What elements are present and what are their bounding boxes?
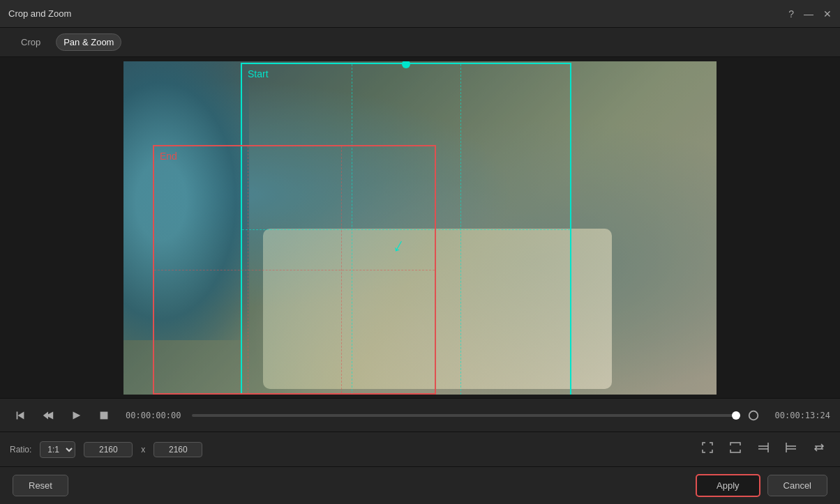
title-bar: Crop and Zoom ? — ✕ <box>0 0 840 28</box>
ratio-label: Ratio: <box>10 445 31 455</box>
ratio-select[interactable]: 1:1 <box>40 441 75 458</box>
tab-bar: Crop Pan & Zoom <box>0 28 840 57</box>
reset-button[interactable]: Reset <box>13 475 68 496</box>
video-overlay-glove <box>123 61 249 340</box>
apply-button[interactable]: Apply <box>696 474 760 497</box>
help-button[interactable]: ? <box>788 9 794 19</box>
tab-pan-zoom[interactable]: Pan & Zoom <box>56 33 121 51</box>
fit-both-button[interactable] <box>696 438 719 461</box>
main-content: Start End ↓ <box>0 57 840 504</box>
dimension-x-separator: x <box>141 445 145 455</box>
icon-toolbar <box>696 438 830 461</box>
swap-button[interactable] <box>808 438 830 461</box>
fit-width-button[interactable] <box>724 438 747 461</box>
playback-controls: 00:00:00:00 00:00:13:24 <box>0 398 840 432</box>
close-button[interactable]: ✕ <box>823 9 832 19</box>
current-time-display: 00:00:00:00 <box>126 411 181 420</box>
progress-bar[interactable] <box>192 414 735 417</box>
svg-point-1 <box>749 411 758 420</box>
align-left-button[interactable] <box>780 438 802 461</box>
window-controls: ? — ✕ <box>788 9 832 19</box>
loop-button[interactable] <box>743 406 764 425</box>
video-frame[interactable]: Start End ↓ <box>123 61 717 395</box>
end-time-display: 00:00:13:24 <box>775 411 830 420</box>
play-button[interactable] <box>66 406 87 425</box>
tab-crop[interactable]: Crop <box>14 34 47 50</box>
settings-bar: Ratio: 1:1 x <box>0 432 840 466</box>
width-input[interactable] <box>84 442 133 457</box>
footer-bar: Reset Apply Cancel <box>0 466 840 504</box>
video-area: Start End ↓ <box>0 57 840 398</box>
minimize-button[interactable]: — <box>804 9 813 19</box>
frame-back-button[interactable] <box>38 406 59 425</box>
height-input[interactable] <box>153 442 202 457</box>
align-right-button[interactable] <box>752 438 774 461</box>
stop-button[interactable] <box>93 406 114 425</box>
svg-rect-0 <box>100 411 108 419</box>
cancel-button[interactable]: Cancel <box>767 475 827 496</box>
progress-knob[interactable] <box>732 411 740 420</box>
footer-right: Apply Cancel <box>696 474 827 497</box>
window-title: Crop and Zoom <box>8 8 71 19</box>
skip-back-button[interactable] <box>10 406 31 425</box>
video-overlay-plates <box>263 229 612 389</box>
